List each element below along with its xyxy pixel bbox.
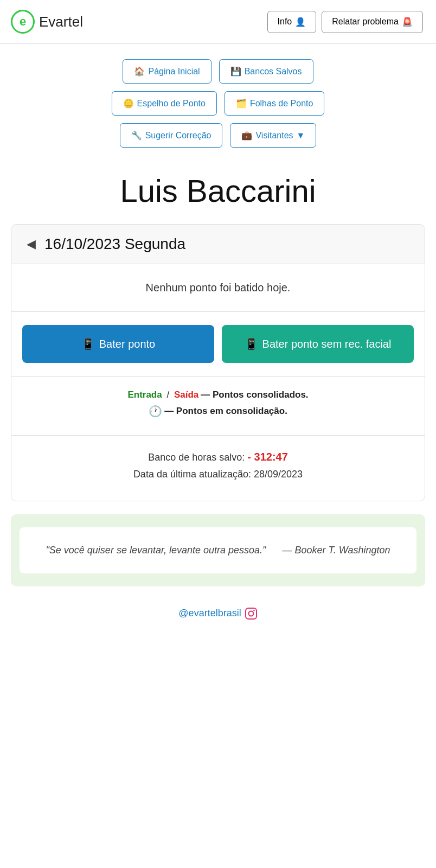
quote-text: "Se você quiser se levantar, levante out…	[33, 542, 403, 558]
header: e Evartel Info 👤 Relatar problema 🚨	[0, 0, 436, 44]
update-label: Data da última atualização:	[133, 469, 251, 480]
info-label: Info	[278, 17, 292, 27]
legend-saida: Saída	[174, 390, 198, 400]
folhas-icon: 🗂️	[236, 98, 247, 108]
legend-consolidating-row: 🕐 — Pontos em consolidação.	[22, 405, 414, 418]
nav-visitantes[interactable]: 💼 Visitantes ▼	[230, 123, 316, 148]
bater-ponto-label: Bater ponto	[99, 338, 155, 350]
bancos-salvos-label: Bancos Salvos	[245, 67, 302, 76]
report-problem-button[interactable]: Relatar problema 🚨	[322, 11, 423, 33]
legend-consolidated-text: — Pontos consolidados.	[201, 390, 308, 400]
banco-label: Banco de horas salvo:	[148, 452, 245, 463]
pagina-inicial-label: Página Inicial	[148, 67, 200, 76]
folhas-label: Folhas de Ponto	[250, 99, 313, 108]
svg-rect-0	[246, 608, 257, 619]
espelho-icon: 🪙	[123, 98, 134, 108]
bater-ponto-icon: 📱	[81, 337, 95, 350]
header-buttons: Info 👤 Relatar problema 🚨	[267, 11, 423, 33]
espelho-label: Espelho de Ponto	[137, 99, 206, 108]
bater-ponto-sem-facial-button[interactable]: 📱 Bater ponto sem rec. facial	[222, 325, 414, 363]
legend-consolidated-row: Entrada / Saída — Pontos consolidados.	[22, 390, 414, 400]
nav-espelho-ponto[interactable]: 🪙 Espelho de Ponto	[112, 91, 217, 116]
chevron-down-icon: ▼	[297, 131, 305, 141]
visitantes-label: Visitantes	[255, 131, 293, 141]
banco-value: - 312:47	[247, 451, 288, 463]
main-card: ◀ 16/10/2023 Segunda Nenhum ponto foi ba…	[11, 224, 425, 501]
instagram-handle: @evartelbrasil	[178, 608, 241, 619]
logo-icon: e	[11, 10, 35, 34]
bater-sem-icon: 📱	[245, 337, 258, 351]
page-title: Luis Baccarini	[0, 153, 436, 224]
footer: @evartelbrasil	[0, 597, 436, 637]
clock-icon: 🕐	[149, 405, 162, 418]
nav-pagina-inicial[interactable]: 🏠 Página Inicial	[123, 59, 211, 84]
hours-info: Banco de horas salvo: - 312:47 Data da ú…	[11, 436, 425, 501]
nav-bancos-salvos[interactable]: 💾 Bancos Salvos	[219, 59, 313, 84]
nav-row-1: 🏠 Página Inicial 💾 Bancos Salvos	[123, 59, 313, 84]
logo-name: Evartel	[39, 14, 83, 30]
logo: e Evartel	[11, 10, 83, 34]
date-header: ◀ 16/10/2023 Segunda	[11, 225, 425, 264]
legend: Entrada / Saída — Pontos consolidados. 🕐…	[11, 376, 425, 436]
bater-ponto-button[interactable]: 📱 Bater ponto	[22, 325, 214, 363]
no-punch-message: Nenhum ponto foi batido hoje.	[11, 264, 425, 312]
nav-sugerir-correcao[interactable]: 🔧 Sugerir Correção	[120, 123, 223, 148]
sugerir-label: Sugerir Correção	[145, 131, 211, 141]
sugerir-icon: 🔧	[131, 130, 142, 141]
pagina-inicial-icon: 🏠	[134, 66, 145, 76]
quote-author: — Booker T. Washington	[282, 545, 390, 556]
bancos-salvos-icon: 💾	[230, 66, 241, 76]
banco-horas-row: Banco de horas salvo: - 312:47	[22, 451, 414, 463]
info-button[interactable]: Info 👤	[267, 11, 317, 33]
quote-inner: "Se você quiser se levantar, levante out…	[20, 527, 416, 573]
info-icon: 👤	[295, 17, 306, 27]
action-buttons: 📱 Bater ponto 📱 Bater ponto sem rec. fac…	[11, 312, 425, 376]
visitantes-icon: 💼	[241, 130, 252, 141]
report-icon: 🚨	[402, 17, 413, 27]
legend-entrada: Entrada	[127, 390, 162, 400]
svg-point-2	[253, 610, 254, 611]
navigation: 🏠 Página Inicial 💾 Bancos Salvos 🪙 Espel…	[0, 44, 436, 153]
nav-folhas-ponto[interactable]: 🗂️ Folhas de Ponto	[225, 91, 325, 116]
update-date-row: Data da última atualização: 28/09/2023	[22, 469, 414, 480]
date-display: 16/10/2023 Segunda	[44, 235, 185, 253]
nav-row-3: 🔧 Sugerir Correção 💼 Visitantes ▼	[120, 123, 317, 148]
svg-point-1	[248, 611, 253, 616]
report-label: Relatar problema	[332, 17, 399, 27]
nav-row-2: 🪙 Espelho de Ponto 🗂️ Folhas de Ponto	[112, 91, 325, 116]
quote-section: "Se você quiser se levantar, levante out…	[11, 514, 425, 586]
bater-sem-label: Bater ponto sem rec. facial	[262, 337, 392, 351]
instagram-icon	[245, 607, 258, 620]
instagram-link[interactable]: @evartelbrasil	[178, 607, 257, 620]
prev-date-button[interactable]: ◀	[27, 237, 36, 251]
legend-consolidating-text: — Pontos em consolidação.	[164, 406, 287, 417]
update-date: 28/09/2023	[254, 469, 303, 480]
